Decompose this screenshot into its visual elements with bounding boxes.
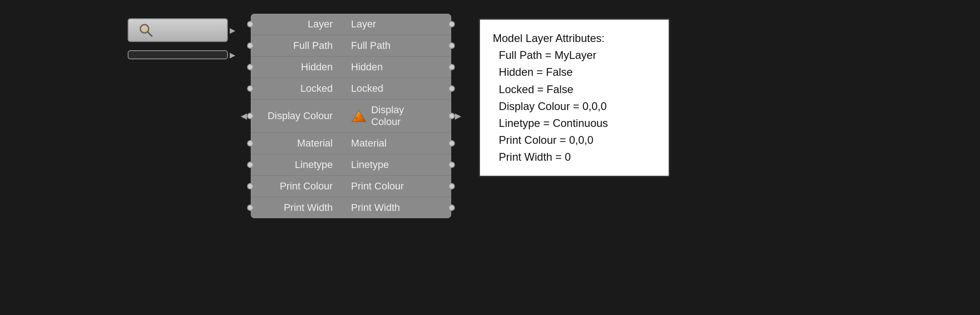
attributes-panel: Model Layer Attributes: Full Path = MyLa… [479, 18, 670, 177]
col-right-6: Linetype [342, 159, 433, 171]
row-dot-left [247, 64, 253, 70]
attribute-line-2: Locked = False [493, 81, 656, 98]
row-dot-left [247, 183, 253, 189]
row-dot-left [247, 85, 253, 92]
col-left-4: Display Colour [251, 110, 342, 122]
col-right-1: Full Path [342, 40, 433, 52]
col-right-8: Print Width [342, 202, 433, 214]
row-dot-left [247, 205, 253, 211]
col-right-text-6: Linetype [351, 159, 389, 171]
row-dot-left [247, 140, 253, 147]
col-right-2: Hidden [342, 61, 433, 73]
row-dot-left [247, 21, 253, 27]
attribute-line-3: Display Colour = 0,0,0 [493, 98, 656, 115]
row-dot-right [449, 85, 455, 92]
attribute-line-5: Print Colour = 0,0,0 [493, 131, 656, 148]
col-right-7: Print Colour [342, 180, 433, 192]
attribute-line-1: Hidden = False [493, 63, 656, 80]
col-right-0: Layer [342, 18, 433, 30]
attribute-line-0: Full Path = MyLayer [493, 47, 656, 63]
col-right-text-2: Hidden [351, 61, 383, 73]
col-left-0: Layer [251, 18, 342, 30]
col-right-text-0: Layer [351, 18, 376, 30]
svg-point-4 [355, 117, 358, 120]
main-container: LayerLayerFull PathFull PathHiddenHidden… [0, 0, 980, 315]
col-right-3: Locked [342, 83, 433, 94]
col-right-text-8: Print Width [351, 202, 400, 214]
row-dot-right [449, 183, 455, 189]
row-dot-right [449, 113, 455, 119]
table-row[interactable]: HiddenHidden [251, 57, 451, 78]
col-left-5: Material [251, 137, 342, 149]
col-left-1: Full Path [251, 40, 342, 52]
row-dot-right [449, 42, 455, 49]
left-panel [128, 18, 228, 59]
table-rows: LayerLayerFull PathFull PathHiddenHidden… [251, 14, 451, 218]
col-left-2: Hidden [251, 61, 342, 73]
row-dot-left [247, 113, 253, 119]
col-right-text-4: Display Colour [371, 104, 433, 128]
svg-marker-3 [352, 110, 366, 122]
col-right-5: Material [342, 137, 433, 149]
svg-point-5 [360, 115, 361, 117]
row-dot-right [449, 162, 455, 168]
col-right-text-7: Print Colour [351, 180, 404, 192]
col-right-text-1: Full Path [351, 40, 391, 52]
table-row[interactable]: LinetypeLinetype [251, 154, 451, 176]
table-row[interactable]: MaterialMaterial [251, 133, 451, 154]
row-dot-right [449, 205, 455, 211]
row-dot-left [247, 42, 253, 49]
col-left-8: Print Width [251, 202, 342, 214]
row-dot-left [247, 162, 253, 168]
row-dot-right [449, 140, 455, 147]
filter-layers-button[interactable] [128, 18, 228, 42]
row-dot-right [449, 64, 455, 70]
col-left-7: Print Colour [251, 180, 342, 192]
svg-point-2 [140, 25, 149, 33]
col-left-6: Linetype [251, 159, 342, 171]
colour-wedge-icon [351, 109, 366, 123]
svg-line-1 [148, 32, 152, 36]
table-row[interactable]: LockedLocked [251, 78, 451, 100]
attributes-title: Model Layer Attributes: [493, 30, 656, 47]
table-row[interactable]: Print ColourPrint Colour [251, 176, 451, 197]
mylayer-input[interactable] [128, 50, 228, 59]
col-left-3: Locked [251, 83, 342, 94]
attribute-line-4: Linetype = Continuous [493, 115, 656, 131]
table-row[interactable]: Print WidthPrint Width [251, 197, 451, 218]
table-row[interactable]: Full PathFull Path [251, 35, 451, 57]
col-right-4: Display Colour [342, 104, 433, 128]
magnifier-icon [139, 23, 153, 37]
col-right-text-3: Locked [351, 83, 383, 94]
table-row[interactable]: Display Colour Display Colour [251, 100, 451, 133]
table-row[interactable]: LayerLayer [251, 14, 451, 35]
center-panel: LayerLayerFull PathFull PathHiddenHidden… [251, 14, 451, 218]
attribute-line-6: Print Width = 0 [493, 148, 656, 165]
row-dot-right [449, 21, 455, 27]
col-right-text-5: Material [351, 137, 387, 149]
